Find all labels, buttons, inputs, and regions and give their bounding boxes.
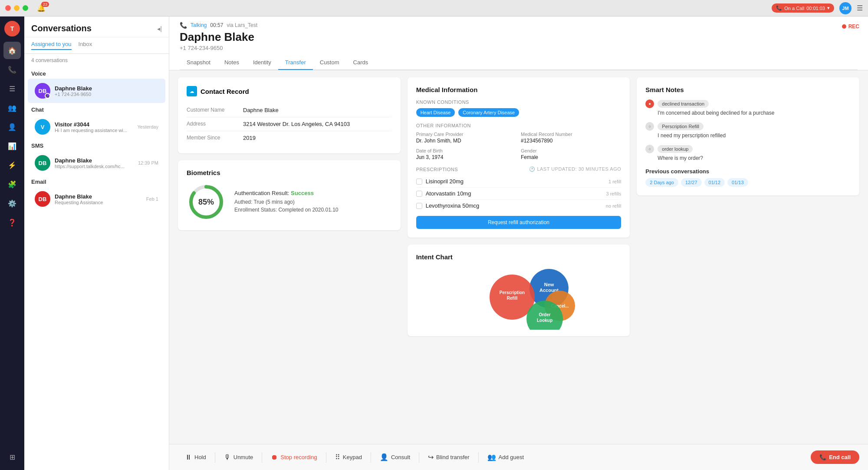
voice-conv-name: Daphne Blake	[55, 85, 158, 92]
on-call-badge: 📞 On a Call 00:01:03 ▾	[772, 3, 834, 13]
tab-cards[interactable]: Cards	[346, 56, 375, 70]
close-button[interactable]	[5, 5, 11, 11]
add-guest-button[interactable]: 👥 Add guest	[480, 450, 531, 465]
tab-assigned-to-you[interactable]: Assigned to you	[31, 41, 72, 50]
nav-item-list[interactable]: ☰	[3, 80, 21, 97]
user-avatar[interactable]: JM	[839, 2, 852, 14]
notification-count: 23	[41, 2, 49, 7]
note-icon-2: ○	[645, 122, 654, 131]
svg-text:Lookup: Lookup	[537, 318, 552, 323]
section-chat: Chat	[24, 103, 169, 115]
section-sms: SMS	[24, 139, 169, 151]
nav-item-users[interactable]: 👥	[3, 99, 21, 116]
auth-result-value: Success	[291, 190, 314, 196]
gender-label: Gender	[521, 148, 621, 153]
prescription-checkbox-3[interactable]	[416, 203, 422, 209]
intent-chart-card: Intent Chart New Account Perscription Re…	[408, 245, 630, 336]
conversations-tabs: Assigned to you Inbox	[24, 37, 169, 54]
note-text-3: Where is my order?	[645, 155, 851, 161]
prescription-refill-1: 1 refill	[608, 179, 621, 184]
prescription-checkbox-2[interactable]	[416, 191, 422, 197]
voice-conversation-daphne[interactable]: DB 📞 Daphne Blake +1 724-234-9650	[28, 79, 165, 103]
conversations-header: Conversations ◂|	[24, 17, 169, 37]
auth-details: Authentication Result: Success Authed: T…	[234, 190, 338, 215]
dob-value: Jun 3, 1974	[416, 154, 516, 160]
note-tag-row-1: ● declined transaction	[645, 99, 851, 108]
notification-bell[interactable]: 🔔 23	[37, 4, 46, 12]
keypad-button[interactable]: ⠿ Keypad	[328, 450, 369, 465]
hold-button[interactable]: ⏸ Hold	[178, 450, 213, 465]
tab-inbox[interactable]: Inbox	[79, 41, 92, 50]
prescription-levothyroxina: Levothyroxina 50mcg no refill	[416, 200, 621, 212]
chevron-down-icon[interactable]: ▾	[827, 5, 830, 11]
conversations-panel: Conversations ◂| Assigned to you Inbox 4…	[24, 17, 169, 470]
consult-icon: 👤	[380, 453, 388, 461]
blind-transfer-button[interactable]: ↪ Blind transfer	[421, 450, 477, 465]
nav-item-puzzle[interactable]: 🧩	[3, 175, 21, 193]
rec-dot-icon	[842, 24, 846, 29]
unmute-button[interactable]: 🎙 Unmute	[217, 450, 260, 465]
nav-item-lightning[interactable]: ⚡	[3, 156, 21, 174]
conditions-label: KNOWN CONDITIONS	[416, 99, 621, 105]
tab-identity[interactable]: Identity	[246, 56, 278, 70]
end-call-button[interactable]: 📞 End call	[811, 450, 859, 464]
minimize-button[interactable]	[14, 5, 20, 11]
email-conv-time: Feb 1	[146, 196, 158, 202]
smart-notes-title: Smart Notes	[645, 86, 851, 93]
mrn-label: Medical Record Number	[521, 132, 621, 137]
nav-item-user-check[interactable]: 👤	[3, 118, 21, 136]
toolbar-divider-6	[478, 452, 479, 463]
email-avatar: DB	[35, 191, 50, 207]
rec-label: REC	[848, 23, 859, 30]
stop-recording-button[interactable]: ⏺ Stop recording	[264, 450, 324, 465]
nav-item-home[interactable]: 🏠	[3, 42, 21, 59]
dob-item: Date of Birth Jun 3, 1974	[416, 148, 516, 160]
tab-notes[interactable]: Notes	[217, 56, 246, 70]
fullscreen-button[interactable]	[23, 5, 28, 11]
nav-item-chart[interactable]: 📊	[3, 137, 21, 155]
tab-transfer[interactable]: Transfer	[278, 56, 313, 70]
title-bar: 🔔 23 📞 On a Call 00:01:03 ▾ JM ☰	[0, 0, 868, 17]
nav-item-help[interactable]: ❓	[3, 214, 21, 231]
hamburger-menu-icon[interactable]: ☰	[857, 4, 863, 12]
field-label-member-since: Member Since	[187, 135, 243, 141]
section-voice: Voice	[24, 67, 169, 79]
prescription-checkbox-1[interactable]	[416, 179, 422, 185]
traffic-lights	[5, 5, 28, 11]
conversations-count: 4 conversations	[24, 54, 169, 67]
note-icon-1: ●	[645, 99, 654, 108]
toolbar-divider-1	[215, 452, 215, 463]
add-guest-icon: 👥	[487, 453, 496, 461]
auth-result: Authentication Result: Success	[234, 190, 338, 196]
chat-conversation-visitor[interactable]: V Visitor #3044 Hi I am requesting assis…	[28, 115, 165, 139]
left-column: ☁ Contact Record Customer Name Daphne Bl…	[178, 77, 401, 437]
note-icon-3: ○	[645, 145, 654, 153]
sms-conversation-daphne[interactable]: DB Daphne Blake https://support.talkdesk…	[28, 151, 165, 175]
condition-tags: Heart Disease Coronary Artery Disease	[416, 108, 621, 117]
nav-item-settings[interactable]: ⚙️	[3, 195, 21, 212]
email-conversation-daphne[interactable]: DB Daphne Blake Requesting Assistance Fe…	[28, 187, 165, 211]
contact-record-label: Contact Record	[201, 88, 249, 95]
prev-tag-2days[interactable]: 2 Days ago	[645, 178, 678, 187]
nav-item-apps[interactable]: ⊞	[3, 448, 21, 466]
nav-item-phone[interactable]: 📞	[3, 61, 21, 78]
hold-label: Hold	[194, 454, 206, 460]
consult-button[interactable]: 👤 Consult	[373, 450, 417, 465]
field-value-customer-name: Daphne Blake	[243, 107, 279, 113]
tab-snapshot[interactable]: Snapshot	[180, 56, 217, 70]
stop-recording-label: Stop recording	[280, 454, 317, 460]
request-refill-button[interactable]: Request refill authorization	[416, 216, 621, 229]
tab-custom[interactable]: Custom	[313, 56, 346, 70]
record-row-member-since: Member Since 2019	[187, 131, 392, 145]
prev-tag-0112[interactable]: 01/12	[704, 178, 725, 187]
contact-name-header: Daphne Blake	[180, 30, 858, 44]
prev-tag-1227[interactable]: 12/27	[681, 178, 702, 187]
prev-tag-0113[interactable]: 01/13	[727, 178, 748, 187]
svg-text:Refill: Refill	[507, 296, 518, 301]
sms-conv-info: Daphne Blake https://support.talkdesk.co…	[55, 157, 134, 169]
call-status-text: Talking	[191, 22, 207, 28]
biometrics-ring: 85%	[187, 182, 226, 222]
record-row-address: Address 3214 Westover Dr. Los Angeles, C…	[187, 117, 392, 131]
biometrics-title: Biometrics	[187, 169, 392, 176]
collapse-button[interactable]: ◂|	[157, 25, 162, 32]
